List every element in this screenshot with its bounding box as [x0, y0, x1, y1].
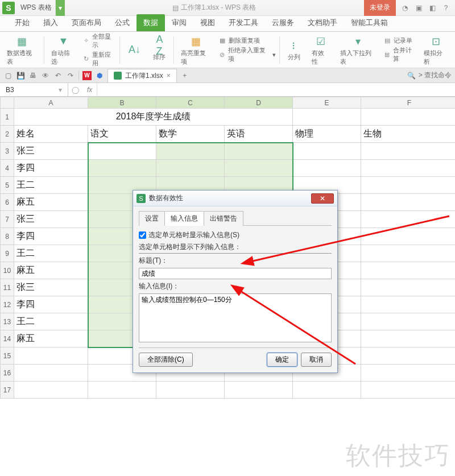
col-header-D[interactable]: D [225, 97, 293, 109]
ribbon-pivot[interactable]: ▦ 数据透视表 [3, 34, 40, 66]
cell[interactable]: 生物 [361, 126, 456, 143]
ribbon-highlight-dup[interactable]: ▦ 高亮重复项 [177, 34, 214, 66]
cell[interactable] [361, 143, 456, 160]
row-header[interactable]: 15 [1, 347, 14, 365]
cell[interactable] [361, 160, 456, 177]
ribbon-autofilter[interactable]: ▼ 自动筛选 [48, 34, 79, 66]
menu-doc-helper[interactable]: 文档助手 [301, 14, 344, 31]
fx-icon[interactable]: fx [82, 86, 97, 94]
cell[interactable]: 王二 [14, 313, 88, 330]
cell[interactable] [225, 143, 293, 160]
menu-start[interactable]: 开始 [8, 14, 36, 31]
row-header[interactable]: 4 [1, 160, 14, 177]
ribbon-remove-dup[interactable]: ▦删除重复项 [218, 36, 276, 45]
cell[interactable] [361, 347, 456, 365]
cell[interactable]: 姓名 [14, 126, 88, 143]
ribbon-whatif[interactable]: ⊡ 模拟分析 [420, 34, 452, 66]
msg-textarea[interactable] [139, 293, 332, 342]
cube-icon[interactable]: ⬢ [95, 72, 104, 80]
row-header[interactable]: 10 [1, 262, 14, 279]
menu-formula[interactable]: 公式 [108, 14, 136, 31]
cell[interactable] [225, 160, 293, 177]
qat-preview-icon[interactable]: 👁 [41, 72, 50, 80]
row-header[interactable]: 5 [1, 177, 14, 194]
cell[interactable]: 李四 [14, 160, 88, 177]
cell[interactable] [361, 365, 456, 382]
row-header[interactable]: 2 [1, 126, 14, 143]
cell[interactable] [361, 330, 456, 347]
row-header[interactable]: 7 [1, 211, 14, 228]
cell[interactable] [14, 365, 88, 382]
title-cell[interactable]: 2018年度学生成绩 [14, 109, 293, 126]
cell[interactable] [293, 160, 361, 177]
close-tab-icon[interactable]: × [167, 72, 171, 80]
dialog-titlebar[interactable]: S 数据有效性 ✕ [133, 191, 337, 206]
menu-view[interactable]: 视图 [193, 14, 222, 31]
row-header[interactable]: 3 [1, 143, 14, 160]
menu-page-layout[interactable]: 页面布局 [65, 14, 108, 31]
cell[interactable] [14, 382, 88, 399]
dialog-tab-error[interactable]: 出错警告 [204, 211, 243, 226]
ribbon-sort[interactable]: AZ 排序 [148, 34, 170, 66]
row-header[interactable]: 6 [1, 194, 14, 211]
search-hint[interactable]: > 查找命令 [419, 71, 452, 80]
cell[interactable] [293, 143, 361, 160]
ribbon-record-form[interactable]: ▤记录单 [383, 36, 417, 45]
cell[interactable]: 麻五 [14, 262, 88, 279]
cell[interactable]: 数学 [156, 126, 225, 143]
cell[interactable]: 张三 [14, 143, 88, 160]
row-header[interactable]: 14 [1, 330, 14, 347]
cell[interactable] [361, 279, 456, 296]
select-all-corner[interactable] [1, 97, 14, 109]
clear-all-button[interactable]: 全部清除(C) [139, 353, 193, 367]
qat-redo-icon[interactable]: ↷ [66, 72, 75, 80]
dialog-tab-input-msg[interactable]: 输入信息 [164, 211, 204, 226]
row-header[interactable]: 9 [1, 245, 14, 262]
active-cell[interactable] [88, 143, 156, 160]
ribbon-reject-dup[interactable]: ⊘拒绝录入重复项▾ [218, 46, 276, 63]
cell[interactable] [14, 347, 88, 365]
cancel-button[interactable]: 取消 [301, 353, 332, 367]
cell[interactable] [361, 177, 456, 194]
row-header[interactable]: 17 [1, 382, 14, 399]
cell[interactable]: 物理 [293, 126, 361, 143]
menu-data[interactable]: 数据 [136, 14, 165, 31]
menu-review[interactable]: 审阅 [165, 14, 193, 31]
col-header-C[interactable]: C [156, 97, 225, 109]
cell[interactable] [361, 313, 456, 330]
cell[interactable]: 张三 [14, 211, 88, 228]
row-header[interactable]: 1 [1, 109, 14, 126]
ribbon-show-all[interactable]: ✧全部显示 [82, 32, 117, 49]
cell[interactable] [156, 160, 225, 177]
col-header-B[interactable]: B [88, 97, 156, 109]
wps-logo-icon[interactable]: W [82, 71, 92, 80]
cell[interactable]: 李四 [14, 228, 88, 245]
new-tab-icon[interactable]: + [180, 72, 189, 80]
menu-cloud[interactable]: 云服务 [265, 14, 301, 31]
cell[interactable]: 语文 [88, 126, 156, 143]
cell[interactable] [156, 382, 225, 399]
qat-save-icon[interactable]: 💾 [16, 72, 25, 80]
cell[interactable]: 王二 [14, 245, 88, 262]
sync-icon[interactable]: ◔ [400, 4, 410, 12]
title-input[interactable] [139, 268, 332, 279]
row-header[interactable]: 16 [1, 365, 14, 382]
ribbon-insert-dropdown[interactable]: ▾ 插入下拉列表 [337, 34, 380, 66]
dialog-tab-settings[interactable]: 设置 [139, 211, 165, 226]
skin-icon[interactable]: ◧ [428, 4, 437, 12]
cell[interactable] [225, 382, 293, 399]
cell[interactable] [361, 109, 456, 126]
col-header-F[interactable]: F [361, 97, 456, 109]
menu-smart-toolbox[interactable]: 智能工具箱 [344, 14, 395, 31]
notify-icon[interactable]: ▣ [414, 4, 423, 12]
cell[interactable] [361, 194, 456, 211]
document-tab[interactable]: 工作簿1.xlsx × [107, 69, 177, 82]
fx-cancel-icon[interactable]: ◯ [68, 86, 82, 94]
menu-devtools[interactable]: 开发工具 [222, 14, 265, 31]
cell[interactable] [361, 382, 456, 399]
cell[interactable]: 李四 [14, 296, 88, 313]
row-header[interactable]: 12 [1, 296, 14, 313]
cell[interactable]: 王二 [14, 177, 88, 194]
cell[interactable] [293, 382, 361, 399]
row-header[interactable]: 8 [1, 228, 14, 245]
